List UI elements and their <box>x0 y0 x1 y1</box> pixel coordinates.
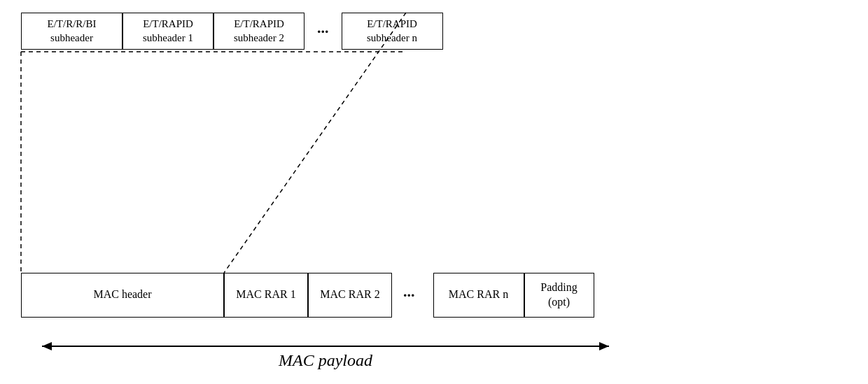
mac-rar-1-label: MAC RAR 1 <box>236 287 295 302</box>
subheader-1-box: E/T/RAPID subheader 1 <box>122 13 214 50</box>
diagram-container: E/T/R/R/BI subheader E/T/RAPID subheader… <box>0 0 868 384</box>
top-dots: ··· <box>304 13 342 50</box>
padding-label: Padding (opt) <box>540 280 577 310</box>
subheader-n-label: E/T/RAPID subheader n <box>367 17 417 45</box>
bi-subheader-box: E/T/R/R/BI subheader <box>21 13 122 50</box>
mac-rar-n-box: MAC RAR n <box>433 273 524 318</box>
subheader-n-box: E/T/RAPID subheader n <box>342 13 443 50</box>
diagram-svg <box>0 0 868 384</box>
padding-box: Padding (opt) <box>524 273 594 318</box>
bottom-dots: ··· <box>392 273 426 318</box>
subheader-1-label: E/T/RAPID subheader 1 <box>143 17 193 45</box>
mac-rar-1-box: MAC RAR 1 <box>224 273 308 318</box>
mac-payload-label: MAC payload <box>21 351 630 370</box>
svg-marker-4 <box>42 342 52 350</box>
mac-header-label: MAC header <box>93 287 151 302</box>
mac-header-box: MAC header <box>21 273 224 318</box>
bi-subheader-label: E/T/R/R/BI subheader <box>47 17 96 45</box>
mac-rar-2-box: MAC RAR 2 <box>308 273 392 318</box>
svg-marker-5 <box>599 342 609 350</box>
bottom-row: MAC header MAC RAR 1 MAC RAR 2 ··· MAC R… <box>21 273 594 318</box>
mac-rar-2-label: MAC RAR 2 <box>320 287 379 302</box>
subheader-2-label: E/T/RAPID subheader 2 <box>234 17 284 45</box>
subheader-2-box: E/T/RAPID subheader 2 <box>214 13 304 50</box>
top-row: E/T/R/R/BI subheader E/T/RAPID subheader… <box>21 13 443 50</box>
svg-line-2 <box>224 13 406 273</box>
mac-rar-n-label: MAC RAR n <box>449 287 508 302</box>
